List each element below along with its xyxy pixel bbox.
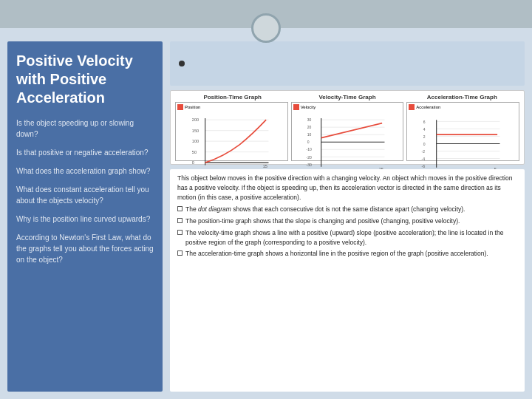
top-right-area [170,41,525,86]
acceleration-legend-box [409,104,415,110]
graphs-header: Position-Time Graph Velocity-Time Graph … [175,94,519,100]
svg-text:2: 2 [423,134,426,139]
svg-text:20: 20 [307,125,311,129]
svg-line-30 [321,123,381,138]
svg-text:-20: -20 [306,155,311,160]
bullet-item-1: The dot diagram shows that each consecut… [177,205,517,214]
bullet-icon-2 [177,218,183,223]
question-3: What does the acceleration graph show? [16,166,154,177]
acceleration-legend-label: Acceleration [416,105,440,109]
svg-text:-2: -2 [422,149,426,154]
svg-text:30: 30 [307,117,311,122]
panel-title: Positive Velocity with Positive Accelera… [16,52,154,107]
bullet-text-1: The dot diagram shows that each consecut… [185,205,465,214]
svg-text:4: 4 [423,127,426,132]
bullet-item-3: The velocity-time graph shows a line wit… [177,228,517,248]
position-graph-title: Position-Time Graph [175,94,290,100]
position-graph: Position 200 150 100 50 0 [175,102,288,161]
svg-text:-30: -30 [306,163,311,167]
bullet-icon-3 [177,230,183,235]
svg-text:150: 150 [192,129,199,133]
top-circle-decoration [251,13,281,43]
position-legend-box [177,104,183,110]
velocity-graph-title: Velocity-Time Graph [290,94,404,100]
left-panel: Positive Velocity with Positive Accelera… [7,41,163,392]
bullet-text-4: The acceleration-time graph shows a hori… [185,249,488,259]
acceleration-graph-svg: 6 4 2 0 -2 -4 -6 [407,112,519,169]
svg-text:15: 15 [378,167,383,169]
description-intro: This object below moves in the positive … [177,174,517,202]
bullet-item-2: The position-time graph shows that the s… [177,216,517,226]
svg-text:0: 0 [423,142,426,146]
question-6: According to Newton's First Law, what do… [16,232,154,265]
svg-text:6: 6 [423,120,426,124]
acceleration-graph: Acceleration 6 4 2 0 -2 -4 -6 [406,102,519,161]
velocity-legend-box [293,104,299,110]
right-panel: Position-Time Graph Velocity-Time Graph … [170,41,525,392]
graphs-section: Position-Time Graph Velocity-Time Graph … [170,90,525,165]
position-legend-label: Position [185,105,200,109]
graphs-row: Position 200 150 100 50 0 [175,102,519,161]
bullet-item-4: The acceleration-time graph shows a hori… [177,249,517,259]
bullet-text-3: The velocity-time graph shows a line wit… [185,228,517,248]
dot-diagram-italic: dot diagram [198,205,231,213]
bullet-icon-4 [177,250,183,256]
top-bar [0,0,532,28]
svg-text:-6: -6 [422,164,426,168]
velocity-legend-label: Velocity [301,105,316,109]
svg-text:0: 0 [307,140,309,144]
svg-text:5: 5 [494,167,497,169]
svg-text:10: 10 [307,132,311,137]
velocity-graph-svg: 30 20 10 0 -10 -20 -30 [292,112,403,169]
svg-text:-10: -10 [306,147,311,151]
main-content: Positive Velocity with Positive Accelera… [0,34,532,399]
svg-text:100: 100 [192,139,199,143]
question-1: Is the object speeding up or slowing dow… [16,117,154,140]
description-box: This object below moves in the positive … [170,169,525,392]
question-2: Is that positive or negative acceleratio… [16,147,154,158]
svg-text:15: 15 [263,164,267,168]
svg-text:50: 50 [192,150,197,154]
question-5: Why is the position line curved upwards? [16,214,154,225]
question-4: What does constant acceleration tell you… [16,184,154,206]
svg-text:0: 0 [192,160,194,165]
velocity-graph: Velocity 30 20 10 0 -10 -20 -30 [291,102,404,161]
bullet-text-2: The position-time graph shows that the s… [185,216,460,226]
svg-text:-4: -4 [422,157,426,161]
bullet-icon-1 [177,206,183,211]
svg-text:200: 200 [192,117,199,122]
bullet-dot-icon [179,61,185,66]
position-graph-svg: 200 150 100 50 0 [176,112,287,169]
acceleration-graph-title: Acceleration-Time Graph [405,94,519,100]
